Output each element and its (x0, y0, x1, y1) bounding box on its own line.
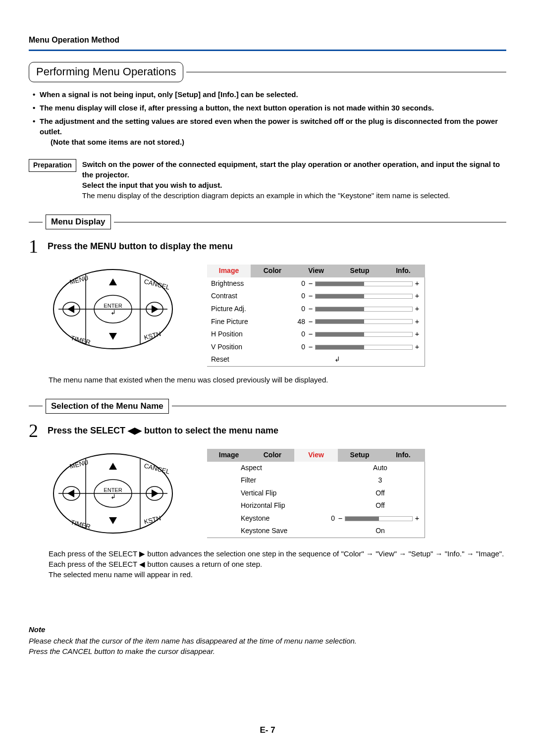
bullet-item: The adjustment and the setting values ar… (29, 116, 506, 147)
osd-row-value: Auto (320, 463, 421, 473)
note-line: Press the CANCEL button to make the curs… (29, 646, 506, 656)
osd-slider: −+ (307, 342, 421, 352)
osd-row: Horizontal FlipOff (207, 499, 425, 512)
svg-marker-14 (67, 305, 74, 313)
osd-row-value: 3 (320, 476, 421, 486)
osd-tab-view: View (294, 265, 338, 277)
osd-row-label: Horizontal Flip (211, 501, 320, 511)
osd-row: Fine Picture48−+ (207, 316, 425, 328)
osd-row: H Position0−+ (207, 328, 425, 341)
preparation-text: Switch on the power of the connected equ… (82, 159, 506, 201)
osd-row-label: Vertical Flip (211, 488, 320, 498)
plus-icon: + (414, 329, 421, 339)
svg-marker-12 (109, 333, 117, 340)
section-rule (186, 72, 506, 72)
svg-text:CANCEL: CANCEL (143, 462, 170, 475)
osd-row-label: Fine Picture (211, 317, 290, 327)
page-footer: E- 7 (0, 724, 535, 736)
minus-icon: − (307, 342, 314, 352)
osd-row: AspectAuto (207, 462, 425, 475)
svg-text:ENTER: ENTER (104, 487, 122, 493)
osd-row-label: V Position (211, 342, 290, 352)
svg-text:↲: ↲ (110, 493, 116, 500)
osd-slider: −+ (307, 317, 421, 327)
osd-row: Keystone SaveOn (207, 525, 425, 538)
osd-row-value: 0 (290, 279, 305, 289)
svg-text:CANCEL: CANCEL (143, 278, 170, 291)
osd-row: V Position0−+ (207, 341, 425, 354)
minus-icon: − (337, 514, 344, 524)
osd-row-value: 0 (290, 342, 305, 352)
subheading-selection-menu-name: Selection of the Menu Name (46, 399, 169, 414)
select-lr-icon: ◀▶ (128, 426, 142, 435)
subheading-rule-left (29, 222, 43, 222)
osd-row-value: 0 (320, 514, 335, 524)
osd-row-value: 0 (290, 304, 305, 314)
subheading-rule-left (29, 406, 43, 406)
svg-marker-31 (67, 489, 74, 497)
osd-row: Brightness0−+ (207, 277, 425, 290)
osd-row-label: Brightness (211, 279, 290, 289)
osd-row: Contrast0−+ (207, 290, 425, 303)
osd-row-value: 48 (290, 317, 305, 327)
osd-row-value: 0 (290, 291, 305, 301)
page-header: Menu Operation Method (29, 35, 506, 46)
osd-tab-setup: Setup (338, 449, 381, 462)
svg-text:KSTN: KSTN (143, 514, 161, 526)
step-number: 1 (29, 233, 44, 260)
bullet-item: The menu display will close if, after pr… (29, 103, 506, 113)
step1-description: The menu name that existed when the menu… (49, 375, 506, 385)
minus-icon: − (307, 304, 314, 314)
osd-slider: −+ (307, 329, 421, 339)
minus-icon: − (307, 279, 314, 289)
osd-slider: −+ (307, 279, 421, 289)
osd-slider: −+ (307, 291, 421, 301)
subheading-menu-display: Menu Display (46, 215, 111, 229)
plus-icon: + (414, 342, 421, 352)
svg-text:MENU: MENU (69, 274, 89, 286)
osd-row: Vertical FlipOff (207, 487, 425, 500)
svg-marker-33 (152, 489, 159, 497)
osd-row-value: Off (320, 488, 421, 498)
osd-row-value: Off (320, 501, 421, 511)
osd-row: Reset↲ (207, 353, 425, 366)
minus-icon: − (307, 329, 314, 339)
osd-slider: −+ (337, 514, 421, 524)
subheading-rule-right (114, 222, 506, 222)
osd-row-label: Filter (211, 476, 320, 486)
osd-row-value: 0 (290, 329, 305, 339)
plus-icon: + (414, 514, 421, 524)
osd-row-label: Picture Adj. (211, 304, 290, 314)
bullet-note: (Note that some items are not stored.) (40, 138, 184, 146)
svg-text:TIMER: TIMER (70, 518, 91, 530)
svg-marker-16 (152, 305, 159, 313)
step-instruction: Press the SELECT ◀▶ button to select the… (48, 425, 278, 437)
subheading-rule-right (172, 406, 506, 406)
svg-marker-29 (109, 517, 117, 524)
section-title-pill: Performing Menu Operations (29, 62, 183, 82)
bullet-item: When a signal is not being input, only [… (29, 89, 506, 100)
minus-icon: − (307, 291, 314, 301)
osd-row-label: Keystone (211, 514, 320, 524)
bullet-list: When a signal is not being input, only [… (29, 89, 506, 147)
osd-menu-image: ImageColorViewSetupInfo. Brightness0−+Co… (207, 265, 425, 367)
svg-text:KSTN: KSTN (143, 330, 161, 341)
osd-slider: −+ (307, 304, 421, 314)
svg-text:ENTER: ENTER (104, 303, 122, 309)
osd-row: Filter3 (207, 474, 425, 487)
remote-dpad-illustration: MENU CANCEL TIMER KSTN ENTER ↲ (49, 265, 177, 356)
osd-row-label: Contrast (211, 291, 290, 301)
osd-row-label: H Position (211, 329, 290, 339)
osd-tab-color: Color (251, 265, 294, 277)
plus-icon: + (414, 279, 421, 289)
osd-menu-view: ImageColorViewSetupInfo. AspectAutoFilte… (207, 449, 425, 538)
step-instruction: Press the MENU button to display the men… (48, 240, 233, 253)
osd-tab-setup: Setup (338, 265, 381, 277)
svg-text:↲: ↲ (110, 309, 116, 316)
preparation-label: Preparation (29, 159, 76, 172)
step2-description: Each press of the SELECT ▶ button advanc… (49, 548, 506, 580)
osd-tab-color: Color (251, 449, 294, 462)
step-number: 2 (29, 418, 44, 444)
svg-text:TIMER: TIMER (70, 334, 91, 346)
plus-icon: + (414, 291, 421, 301)
